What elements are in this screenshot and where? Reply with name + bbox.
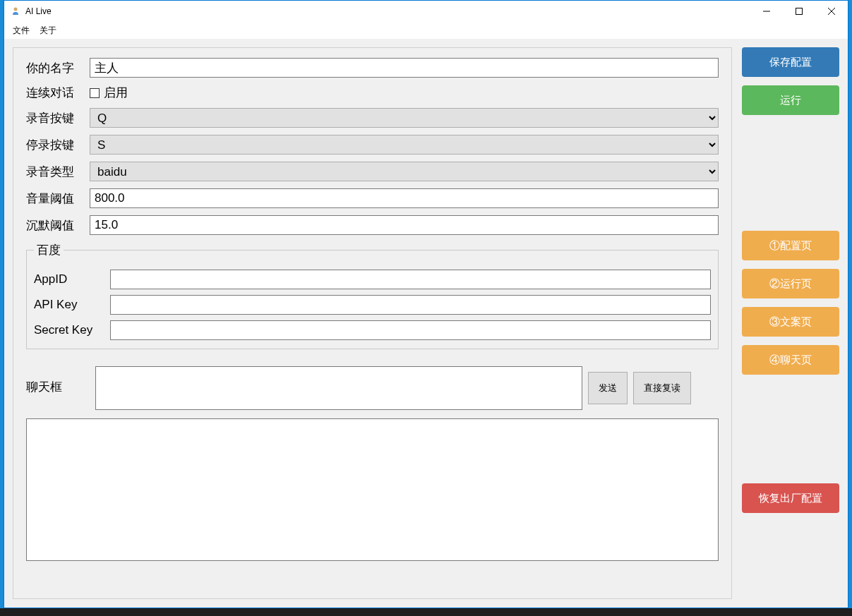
save-config-button[interactable]: 保存配置 bbox=[742, 47, 839, 77]
maximize-button[interactable] bbox=[783, 1, 815, 22]
record-key-label: 录音按键 bbox=[26, 110, 90, 126]
log-output[interactable] bbox=[26, 418, 719, 561]
record-type-select[interactable]: baidu bbox=[90, 162, 719, 181]
minimize-button[interactable] bbox=[750, 1, 783, 22]
silence-threshold-label: 沉默阈值 bbox=[26, 217, 90, 234]
app-icon bbox=[10, 6, 21, 17]
page1-button[interactable]: ①配置页 bbox=[742, 231, 839, 260]
send-button[interactable]: 发送 bbox=[588, 372, 628, 404]
record-type-label: 录音类型 bbox=[26, 164, 90, 180]
stop-key-label: 停录按键 bbox=[26, 137, 90, 153]
menubar: 文件 关于 bbox=[4, 22, 848, 39]
apikey-label: API Key bbox=[34, 298, 110, 312]
continuous-checkbox[interactable]: 启用 bbox=[90, 85, 128, 101]
spacer bbox=[742, 383, 839, 475]
side-panel: 保存配置 运行 ①配置页 ②运行页 ③文案页 ④聊天页 恢复出厂配置 bbox=[742, 47, 839, 599]
svg-point-0 bbox=[14, 8, 18, 11]
menu-file[interactable]: 文件 bbox=[13, 25, 30, 37]
volume-threshold-input[interactable] bbox=[90, 188, 719, 208]
app-window: AI Live 文件 关于 你的名字 连续对话 bbox=[4, 0, 848, 608]
taskbar bbox=[0, 608, 852, 616]
page4-button[interactable]: ④聊天页 bbox=[742, 345, 839, 375]
secretkey-input[interactable] bbox=[110, 320, 711, 340]
continuous-label: 连续对话 bbox=[26, 85, 90, 101]
apikey-input[interactable] bbox=[110, 295, 711, 315]
appid-label: AppID bbox=[34, 272, 110, 286]
page2-button[interactable]: ②运行页 bbox=[742, 269, 839, 298]
svg-rect-2 bbox=[796, 8, 803, 15]
reset-button[interactable]: 恢复出厂配置 bbox=[742, 483, 839, 513]
volume-threshold-label: 音量阈值 bbox=[26, 191, 90, 207]
baidu-group: 百度 AppID API Key Secret Key bbox=[26, 242, 719, 349]
window-controls bbox=[750, 1, 848, 22]
name-label: 你的名字 bbox=[26, 60, 90, 76]
silence-threshold-input[interactable] bbox=[90, 215, 719, 235]
name-input[interactable] bbox=[90, 58, 719, 78]
client-area: 你的名字 连续对话 启用 录音按键 Q 停录按键 S bbox=[4, 39, 848, 608]
chat-label: 聊天框 bbox=[26, 366, 90, 395]
secretkey-label: Secret Key bbox=[34, 323, 110, 337]
menu-about[interactable]: 关于 bbox=[40, 25, 56, 37]
run-button[interactable]: 运行 bbox=[742, 85, 839, 115]
page3-button[interactable]: ③文案页 bbox=[742, 307, 839, 337]
checkbox-icon bbox=[90, 88, 100, 98]
record-key-select[interactable]: Q bbox=[90, 108, 719, 128]
repeat-button[interactable]: 直接复读 bbox=[633, 372, 691, 404]
continuous-checkbox-label: 启用 bbox=[104, 85, 128, 101]
baidu-legend: 百度 bbox=[34, 242, 64, 258]
window-title: AI Live bbox=[25, 6, 52, 16]
close-button[interactable] bbox=[815, 1, 848, 22]
appid-input[interactable] bbox=[110, 270, 711, 289]
stop-key-select[interactable]: S bbox=[90, 135, 719, 155]
titlebar: AI Live bbox=[4, 1, 848, 22]
main-panel: 你的名字 连续对话 启用 录音按键 Q 停录按键 S bbox=[13, 47, 732, 599]
chat-input[interactable] bbox=[95, 366, 582, 410]
spacer bbox=[742, 123, 839, 222]
